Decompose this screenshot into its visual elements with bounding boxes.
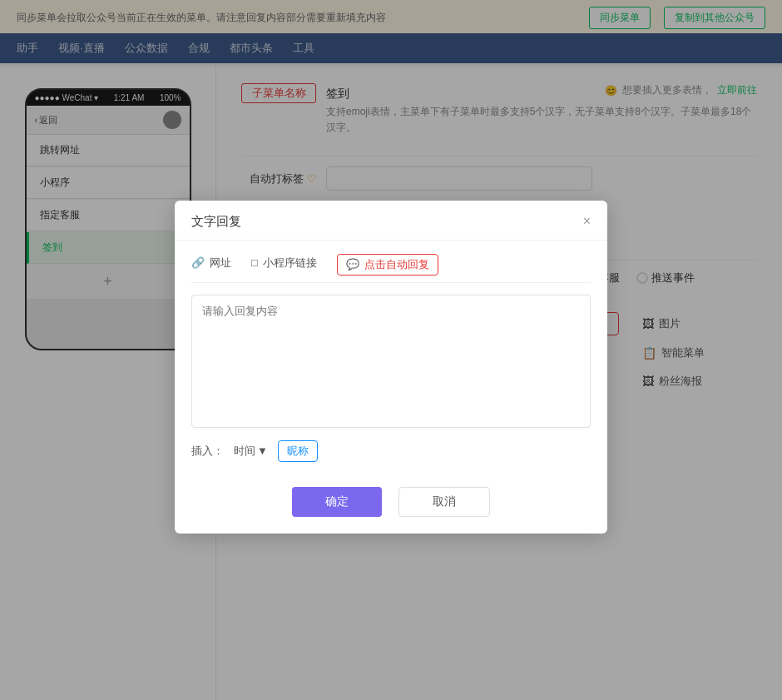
modal-footer-row: 插入： 时间 ▼ 昵称: [191, 440, 591, 462]
modal-tab-auto-reply[interactable]: 💬 点击自动回复: [337, 254, 438, 276]
modal-close-button[interactable]: ×: [583, 215, 591, 228]
url-tab-label: 网址: [210, 256, 231, 271]
insert-label: 插入：: [191, 444, 224, 459]
modal-header: 文字回复 ×: [175, 201, 607, 241]
auto-reply-label: 点击自动回复: [364, 257, 429, 272]
modal-tabs: 🔗 网址 □ 小程序链接 💬 点击自动回复: [191, 254, 591, 283]
mini-link-icon: □: [251, 256, 258, 269]
modal-tab-url[interactable]: 🔗 网址: [191, 256, 231, 274]
modal-tab-mini-link[interactable]: □ 小程序链接: [251, 256, 317, 274]
insert-nickname-button[interactable]: 昵称: [278, 440, 318, 462]
time-label: 时间: [234, 444, 255, 459]
mini-link-label: 小程序链接: [263, 256, 317, 271]
confirm-button[interactable]: 确定: [292, 487, 382, 517]
reply-textarea[interactable]: [191, 295, 591, 428]
cancel-button[interactable]: 取消: [398, 487, 490, 517]
modal-title: 文字回复: [191, 214, 241, 230]
insert-time-button[interactable]: 时间 ▼: [234, 444, 268, 459]
time-arrow-icon: ▼: [257, 444, 268, 457]
modal-body: 🔗 网址 □ 小程序链接 💬 点击自动回复 插入： 时间: [175, 241, 607, 475]
url-tab-icon: 🔗: [191, 256, 205, 269]
text-reply-modal: 文字回复 × 🔗 网址 □ 小程序链接 💬 点击自动回复: [175, 201, 607, 534]
modal-actions: 确定 取消: [175, 475, 607, 534]
modal-backdrop: 文字回复 × 🔗 网址 □ 小程序链接 💬 点击自动回复: [0, 0, 782, 700]
auto-reply-icon: 💬: [346, 258, 359, 271]
